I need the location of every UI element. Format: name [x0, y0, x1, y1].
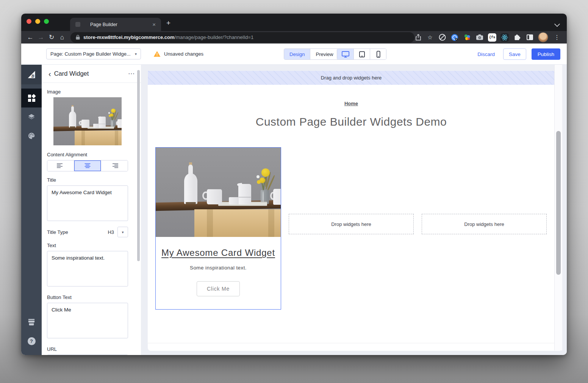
- align-right-icon: [111, 163, 118, 168]
- svg-text:B: B: [31, 74, 34, 78]
- save-button[interactable]: Save: [503, 48, 526, 60]
- desktop-view-button[interactable]: [337, 49, 353, 59]
- tablet-icon: [358, 51, 366, 58]
- rail-item-layers[interactable]: [21, 107, 42, 126]
- page-selector-dropdown[interactable]: Page: Custom Page Builder Widge... ▾: [46, 48, 141, 59]
- title-type-dropdown[interactable]: ▾: [117, 227, 128, 237]
- profile-avatar[interactable]: [538, 32, 548, 42]
- url-host: store-mxw8ttfcei.mybigcommerce.com: [83, 34, 175, 40]
- tab-favicon: [75, 22, 80, 27]
- product-photo: [156, 148, 281, 237]
- dropzone-text: Drop widgets here: [464, 221, 504, 227]
- browser-tab-strip: Page Builder × +: [21, 14, 567, 31]
- product-photo: [53, 97, 122, 145]
- rail-item-storefront[interactable]: [21, 313, 42, 332]
- forward-icon[interactable]: →: [36, 34, 46, 41]
- button-text-input[interactable]: Click Me: [47, 303, 128, 338]
- panel-menu-ellipsis-icon[interactable]: ⋯: [128, 70, 135, 78]
- align-center-button[interactable]: [74, 160, 101, 171]
- widgets-icon: [28, 95, 35, 102]
- app-rail: B ?: [21, 65, 42, 355]
- extension-password-icon[interactable]: [450, 33, 459, 42]
- unsaved-changes-text: Unsaved changes: [164, 51, 203, 57]
- palette-icon: [27, 132, 36, 140]
- publish-button[interactable]: Publish: [532, 48, 560, 60]
- extensions-puzzle-icon[interactable]: [513, 33, 521, 42]
- reload-icon[interactable]: ↻: [46, 33, 57, 41]
- tablet-view-button[interactable]: [353, 49, 370, 59]
- canvas-scrollbar-thumb[interactable]: [556, 131, 561, 275]
- bookmark-star-icon[interactable]: ☆: [426, 34, 434, 41]
- page-title: Custom Page Builder Widgets Demo: [148, 115, 555, 128]
- extension-colorful-icon[interactable]: [463, 33, 471, 42]
- home-icon[interactable]: ⌂: [57, 34, 67, 41]
- browser-menu-kebab-icon[interactable]: ⋮: [552, 34, 561, 41]
- rail-item-theme[interactable]: [21, 126, 42, 145]
- maximize-window-button[interactable]: [44, 19, 49, 24]
- card-widget-selected[interactable]: My Awesome Card Widget Some inspirationa…: [155, 147, 281, 310]
- card-cta-button[interactable]: Click Me: [197, 281, 240, 296]
- card-image[interactable]: [156, 148, 281, 237]
- url-input[interactable]: [47, 355, 128, 355]
- extension-camera-icon[interactable]: [475, 33, 484, 42]
- lock-icon: [76, 35, 80, 40]
- panel-scrollbar[interactable]: [137, 70, 140, 261]
- new-tab-button[interactable]: +: [161, 19, 174, 30]
- layers-icon: [27, 113, 36, 121]
- browser-tab[interactable]: Page Builder ×: [70, 18, 161, 31]
- extension-react-icon[interactable]: [500, 33, 509, 42]
- tab-search-chevron-icon[interactable]: [554, 21, 560, 27]
- page-selector-label: Page: Custom Page Builder Widge...: [50, 51, 133, 57]
- panel-form: Image: [42, 83, 141, 355]
- canvas-horizontal-scrollbar[interactable]: [148, 343, 562, 351]
- top-dropzone[interactable]: Drag and drop widgets here: [148, 71, 555, 85]
- browser-actions: ☆ {fs ⋮: [414, 32, 563, 42]
- align-left-button[interactable]: [47, 160, 74, 171]
- window-controls: [21, 19, 54, 24]
- browser-toolbar: ← → ↻ ⌂ store-mxw8ttfcei.mybigcommerce.c…: [21, 31, 567, 44]
- title-input[interactable]: My Awesome Card Widget: [47, 185, 128, 221]
- card-content: My Awesome Card Widget Some inspirationa…: [156, 237, 281, 309]
- address-bar[interactable]: store-mxw8ttfcei.mybigcommerce.com/manag…: [70, 32, 414, 43]
- dropzone-text: Drop widgets here: [331, 221, 371, 227]
- design-mode-button[interactable]: Design: [284, 49, 310, 59]
- share-icon[interactable]: [414, 34, 422, 40]
- design-canvas: Drag and drop widgets here Home Custom P…: [141, 65, 567, 355]
- bigcommerce-logo[interactable]: B: [21, 65, 42, 84]
- align-left-icon: [57, 163, 64, 168]
- url-path: /manage/page-builder/?channelId=1: [175, 34, 254, 40]
- card-text: Some inspirational text.: [160, 265, 277, 271]
- top-dropzone-text: Drag and drop widgets here: [321, 75, 382, 81]
- storefront-page: Drag and drop widgets here Home Custom P…: [148, 71, 555, 343]
- warning-icon: [153, 51, 161, 57]
- mobile-icon: [375, 51, 382, 58]
- empty-dropzone-right[interactable]: Drop widgets here: [422, 214, 547, 234]
- image-thumbnail[interactable]: [53, 97, 122, 145]
- empty-dropzone-middle[interactable]: Drop widgets here: [289, 214, 414, 234]
- widget-settings-panel: ‹ Card Widget ⋯ Image: [42, 65, 141, 355]
- minimize-window-button[interactable]: [35, 19, 40, 24]
- align-right-button[interactable]: [101, 160, 128, 171]
- rail-item-help[interactable]: ?: [21, 332, 42, 350]
- button-text-field-label: Button Text: [47, 294, 128, 300]
- side-panel-icon[interactable]: [525, 33, 534, 42]
- device-toggle: [337, 48, 386, 60]
- url-field-label: URL: [47, 346, 128, 352]
- close-window-button[interactable]: [27, 19, 31, 24]
- tab-close-icon[interactable]: ×: [151, 21, 157, 28]
- extension-fs-icon[interactable]: {fs: [488, 33, 496, 42]
- extension-blocker-icon[interactable]: [438, 33, 446, 42]
- preview-mode-button[interactable]: Preview: [310, 49, 338, 59]
- mobile-view-button[interactable]: [370, 49, 386, 59]
- page-builder-header: Page: Custom Page Builder Widge... ▾ Uns…: [21, 44, 567, 65]
- discard-button[interactable]: Discard: [474, 51, 498, 57]
- rail-item-widgets[interactable]: [21, 89, 42, 107]
- back-chevron-icon[interactable]: ‹: [48, 70, 51, 78]
- canvas-scrollbar-track[interactable]: [554, 65, 562, 350]
- breadcrumb-home-link[interactable]: Home: [344, 101, 358, 106]
- storefront-icon: [27, 318, 36, 326]
- back-icon[interactable]: ←: [25, 34, 36, 41]
- panel-header: ‹ Card Widget ⋯: [42, 65, 141, 83]
- text-input[interactable]: Some inspirational text.: [47, 251, 128, 286]
- card-title: My Awesome Card Widget: [160, 248, 277, 258]
